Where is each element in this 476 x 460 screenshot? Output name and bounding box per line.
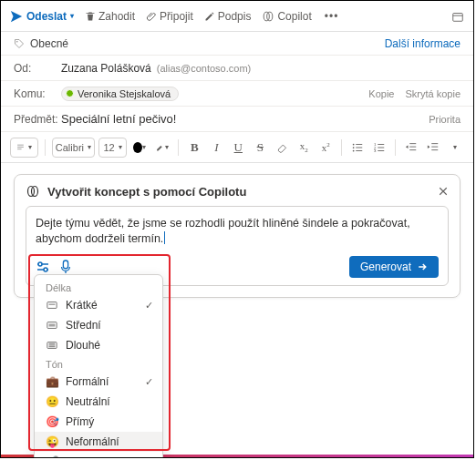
- strike-icon: S: [257, 140, 264, 155]
- copilot-menu-button[interactable]: Copilot: [262, 10, 311, 23]
- outdent-icon: [405, 141, 418, 154]
- svg-point-3: [16, 41, 18, 43]
- highlight-button[interactable]: ▾: [152, 138, 171, 158]
- length-option-medium[interactable]: Střední: [35, 315, 162, 335]
- length-long-icon: [46, 341, 58, 350]
- format-toolbar: ▾ Calibri ▾ 12 ▾ ▾ ▾ B I U S x2 x2 123 ▾: [1, 132, 473, 163]
- voice-input-button[interactable]: [59, 260, 72, 274]
- font-picker[interactable]: Calibri ▾: [52, 138, 95, 158]
- wink-face-icon: 😜: [46, 435, 58, 448]
- microphone-emoji-icon: 🎤: [46, 455, 58, 458]
- generate-button[interactable]: Generovat: [349, 256, 439, 278]
- presence-available-icon: [66, 89, 74, 97]
- popout-button[interactable]: [451, 10, 464, 23]
- from-row: Od: Zuzana Polášková (alias@contoso.com): [1, 56, 473, 81]
- chevron-down-icon: ▾: [88, 143, 91, 151]
- bold-button[interactable]: B: [185, 138, 203, 158]
- signature-label: Podpis: [218, 10, 252, 23]
- bullets-button[interactable]: [348, 138, 367, 158]
- bcc-button[interactable]: Skrytá kopie: [405, 88, 460, 99]
- tone-option-formal[interactable]: 💼 Formální ✓: [35, 372, 162, 392]
- superscript-button[interactable]: x2: [316, 138, 335, 158]
- font-name: Calibri: [56, 142, 84, 153]
- clear-format-button[interactable]: [273, 138, 291, 158]
- priority-button[interactable]: Priorita: [429, 114, 460, 125]
- bullet-list-icon: [351, 141, 364, 154]
- neutral-face-icon: 😐: [46, 395, 58, 408]
- adjust-options-button[interactable]: [36, 260, 50, 274]
- option-label: Krátké: [66, 299, 98, 312]
- prompt-text[interactable]: Dejte týmu vědět, že jsme se rozhodli po…: [36, 216, 439, 247]
- indent-button[interactable]: [424, 138, 442, 158]
- underline-icon: U: [234, 140, 243, 155]
- tone-option-casual[interactable]: 😜 Neformální: [35, 432, 162, 452]
- recipient-chip[interactable]: Veronika Stejskalová: [61, 87, 179, 101]
- length-option-short[interactable]: Krátké ✓: [35, 295, 162, 315]
- font-size-picker[interactable]: 12 ▾: [98, 138, 127, 158]
- send-icon: [10, 10, 23, 23]
- outdent-button[interactable]: [402, 138, 420, 158]
- from-name[interactable]: Zuzana Polášková: [61, 62, 151, 75]
- font-color-button[interactable]: ▾: [130, 138, 149, 158]
- eraser-icon: [276, 141, 288, 153]
- chevron-down-icon: ▾: [28, 143, 32, 151]
- cc-button[interactable]: Kopie: [368, 88, 394, 99]
- indent-icon: [427, 141, 440, 154]
- subject-label: Předmět:: [14, 113, 61, 126]
- italic-icon: I: [214, 140, 218, 155]
- svg-text:3: 3: [374, 148, 377, 153]
- tone-option-poem[interactable]: 🎤 Báseň: [35, 452, 162, 458]
- svg-rect-15: [47, 302, 57, 309]
- font-size: 12: [103, 142, 114, 153]
- italic-button[interactable]: I: [207, 138, 225, 158]
- length-option-long[interactable]: Dlouhé: [35, 335, 162, 355]
- option-label: Střední: [66, 319, 101, 332]
- more-actions-button[interactable]: •••: [325, 10, 339, 23]
- number-list-icon: 123: [373, 141, 386, 154]
- subscript-button[interactable]: x2: [295, 138, 313, 158]
- format-more-button[interactable]: ▾: [446, 138, 464, 158]
- chevron-down-icon: ▾: [453, 143, 457, 151]
- option-label: Neformální: [66, 435, 119, 448]
- length-short-icon: [46, 301, 58, 310]
- signature-button[interactable]: Podpis: [204, 10, 252, 23]
- attach-button[interactable]: Připojit: [146, 10, 193, 23]
- more-info-link[interactable]: Další informace: [385, 37, 460, 50]
- subscript-icon: x2: [300, 140, 308, 154]
- target-icon: 🎯: [46, 415, 58, 428]
- tone-option-neutral[interactable]: 😐 Neutrální: [35, 392, 162, 412]
- pen-icon: [204, 11, 215, 22]
- chevron-down-icon: ▾: [165, 143, 169, 151]
- recipient-name: Veronika Stejskalová: [78, 88, 171, 99]
- close-button[interactable]: [438, 186, 449, 197]
- category-bar: Obecné Další informace: [1, 32, 473, 56]
- tone-option-direct[interactable]: 🎯 Přímý: [35, 412, 162, 432]
- numbering-button[interactable]: 123: [370, 138, 388, 158]
- generate-label: Generovat: [360, 261, 411, 273]
- svg-point-12: [38, 262, 42, 266]
- discard-label: Zahodit: [98, 10, 135, 23]
- option-label: Neutrální: [66, 395, 110, 408]
- svg-point-4: [353, 143, 355, 145]
- copilot-label: Copilot: [277, 10, 311, 23]
- styles-icon: [16, 142, 25, 153]
- to-row: Komu: Veronika Stejskalová Kopie Skrytá …: [1, 81, 473, 107]
- underline-button[interactable]: U: [229, 138, 247, 158]
- copilot-card-title: Vytvořit koncept s pomocí Copilotu: [47, 185, 246, 199]
- discard-button[interactable]: Zahodit: [85, 10, 135, 23]
- copilot-card-header: Vytvořit koncept s pomocí Copilotu: [26, 184, 449, 199]
- svg-point-5: [353, 147, 355, 148]
- bold-icon: B: [191, 140, 199, 155]
- styles-button[interactable]: ▾: [10, 138, 38, 158]
- length-medium-icon: [46, 321, 58, 330]
- tone-group-label: Tón: [35, 355, 162, 372]
- paperclip-icon: [146, 11, 157, 22]
- svg-rect-2: [453, 13, 463, 21]
- highlight-icon: [155, 141, 165, 154]
- subject-input[interactable]: [61, 112, 429, 126]
- send-button[interactable]: Odeslat ▾: [10, 10, 74, 23]
- chevron-down-icon: ▾: [119, 143, 122, 151]
- check-icon: ✓: [145, 300, 153, 312]
- attach-label: Připojit: [160, 10, 193, 23]
- strike-button[interactable]: S: [251, 138, 269, 158]
